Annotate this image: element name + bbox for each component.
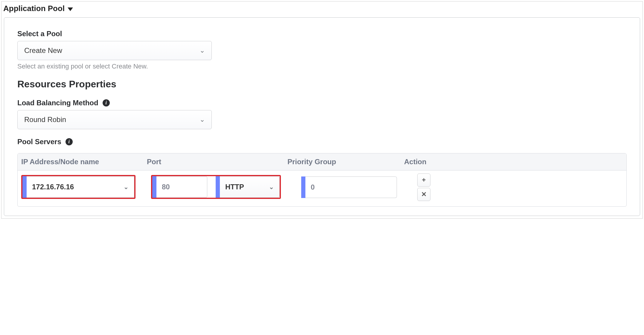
accent-bar	[216, 176, 220, 198]
ip-value: 172.16.76.16	[32, 183, 74, 191]
accent-bar	[22, 176, 27, 198]
chevron-down-icon: ⌄	[200, 116, 205, 124]
table-row: 172.16.76.16 ⌄ 80	[18, 170, 626, 206]
select-pool-hint: Select an existing pool or select Create…	[17, 63, 212, 70]
lb-method-label: Load Balancing Method i	[17, 99, 212, 107]
info-icon[interactable]: i	[103, 99, 110, 106]
col-header-action: Action	[401, 158, 626, 166]
highlight-port-proto: 80 HTTP ⌄	[151, 175, 281, 199]
chevron-down-icon: ⌄	[124, 183, 129, 191]
table-header: IP Address/Node name Port Priority Group…	[18, 153, 626, 170]
protocol-dropdown[interactable]: HTTP ⌄	[220, 176, 280, 198]
remove-row-button[interactable]: ✕	[417, 188, 430, 201]
chevron-down-icon: ⌄	[269, 183, 274, 191]
lb-method-value: Round Robin	[24, 115, 66, 124]
select-pool-label: Select a Pool	[17, 30, 212, 38]
select-pool-dropdown[interactable]: Create New ⌄	[17, 41, 212, 60]
plus-icon: +	[422, 176, 426, 184]
col-header-pg: Priority Group	[284, 158, 401, 166]
pool-servers-label: Pool Servers i	[17, 138, 627, 146]
select-pool-value: Create New	[24, 46, 62, 55]
section-title: Application Pool	[3, 4, 65, 13]
section-header-application-pool[interactable]: Application Pool	[1, 1, 643, 17]
port-input[interactable]: 80	[156, 176, 207, 198]
add-row-button[interactable]: +	[417, 173, 430, 187]
pool-servers-table: IP Address/Node name Port Priority Group…	[17, 153, 627, 207]
resources-properties-title: Resources Properties	[17, 79, 627, 90]
accent-bar	[301, 176, 305, 198]
close-icon: ✕	[421, 191, 427, 198]
ip-node-dropdown[interactable]: 172.16.76.16 ⌄	[27, 176, 134, 198]
priority-group-value: 0	[311, 183, 315, 191]
protocol-value: HTTP	[225, 183, 244, 191]
col-header-ip: IP Address/Node name	[18, 158, 143, 166]
accent-bar	[152, 176, 156, 198]
port-value: 80	[162, 183, 170, 191]
application-pool-panel: Select a Pool Create New ⌄ Select an exi…	[4, 17, 640, 216]
caret-down-icon	[68, 7, 73, 11]
highlight-ip: 172.16.76.16 ⌄	[21, 175, 136, 199]
lb-method-dropdown[interactable]: Round Robin ⌄	[17, 110, 212, 129]
info-icon[interactable]: i	[66, 138, 73, 145]
priority-group-input[interactable]: 0	[305, 176, 397, 198]
col-header-port: Port	[143, 158, 284, 166]
chevron-down-icon: ⌄	[200, 47, 205, 54]
